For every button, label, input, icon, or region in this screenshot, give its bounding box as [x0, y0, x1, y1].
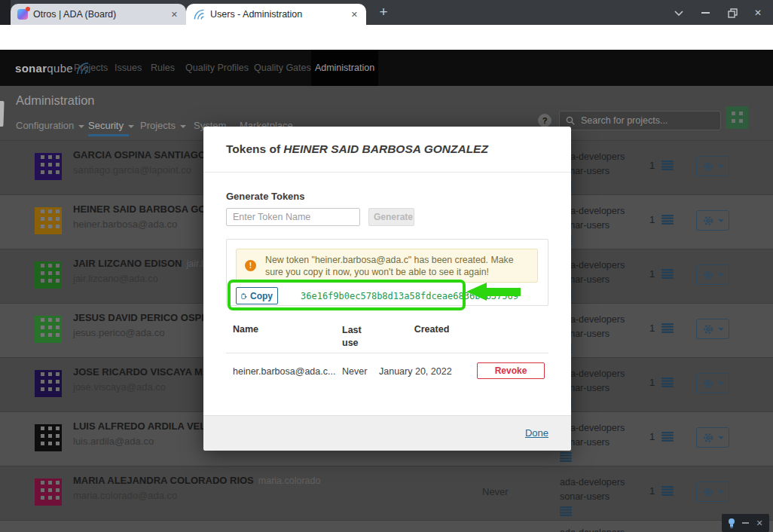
user-settings-button[interactable]: [696, 156, 729, 176]
clickup-favicon: [17, 9, 28, 20]
close-tab-icon[interactable]: ✕: [350, 10, 359, 20]
search-input[interactable]: [579, 115, 703, 127]
sonarqube-navbar: sonarqube Projects Issues Rules Quality …: [0, 50, 773, 86]
groups-list-icon[interactable]: [560, 506, 572, 516]
revoke-button[interactable]: Revoke: [477, 362, 545, 379]
gear-icon: [702, 215, 714, 227]
tokens-list-icon[interactable]: [661, 378, 674, 387]
gear-icon: [702, 432, 714, 444]
modal-header: Tokens of HEINER SAID BARBOSA GONZALEZ: [203, 127, 571, 173]
browser-tab-otros[interactable]: Otros | ADA (Board) ✕: [11, 4, 186, 25]
chevron-down-icon: [718, 436, 724, 439]
tokens-list-icon[interactable]: [661, 269, 674, 279]
token-last-use-cell: Never: [342, 366, 367, 377]
browser-titlebar: Otros | ADA (Board) ✕ Users - Administra…: [0, 0, 773, 25]
close-window-icon[interactable]: ✕: [754, 7, 762, 19]
token-highlight-box: [228, 280, 466, 310]
tokens-count: 1: [649, 214, 655, 225]
user-avatar[interactable]: [726, 106, 748, 129]
token-created-alert: ! New token "heiner.barbosa@ada.c" has b…: [236, 249, 538, 283]
chevron-down-icon: [718, 219, 724, 222]
screenshot-tool-widget: ✕: [722, 514, 769, 532]
user-name: JAIR LIZCANO EDISON: [73, 258, 182, 269]
page-title: Administration: [16, 93, 95, 108]
user-name: GARCIA OSPINA SANTIAGO: [73, 149, 206, 161]
user-settings-button[interactable]: [696, 210, 729, 231]
tokens-list-icon[interactable]: [661, 486, 674, 496]
active-tab-underline: [88, 134, 129, 136]
help-icon[interactable]: ?: [538, 114, 551, 127]
gear-icon: [702, 378, 714, 390]
browser-tab-users-administration[interactable]: Users - Administration ✕: [186, 4, 366, 25]
tokens-count: 1: [649, 485, 655, 497]
user-email: santiago.garcia@lapoint.co: [73, 164, 220, 176]
minimize-window-icon[interactable]: [701, 7, 710, 19]
user-identicon-avatar: [35, 153, 62, 180]
group-label: ada-developers: [560, 475, 625, 490]
project-search-box[interactable]: [559, 111, 721, 130]
done-link[interactable]: Done: [525, 427, 548, 439]
groups-list-icon[interactable]: [560, 452, 572, 462]
user-name: JESUS DAVID PERICO OSPINO: [73, 312, 218, 323]
user-settings-button[interactable]: [696, 319, 729, 339]
generate-button[interactable]: Generate: [368, 208, 414, 226]
clipped-element: [0, 101, 5, 127]
close-tab-icon[interactable]: ✕: [170, 10, 179, 20]
warning-icon: !: [245, 260, 256, 271]
user-settings-button[interactable]: [696, 427, 729, 448]
col-header-name: Name: [233, 324, 258, 335]
new-tab-button[interactable]: +: [374, 3, 393, 21]
sonarqube-favicon: [193, 8, 205, 20]
browser-toolbar: ← → ↻ No seguro | 10.1.40.171:9000/admin…: [0, 25, 773, 50]
token-name-input[interactable]: [226, 208, 360, 226]
tokens-count: 1: [649, 160, 655, 171]
user-settings-button[interactable]: [696, 264, 729, 285]
restore-window-icon[interactable]: [728, 7, 738, 19]
lightbulb-icon[interactable]: [728, 518, 735, 529]
user-email: maria.colorado@ada.co: [73, 490, 320, 501]
nav-item-quality-profiles[interactable]: Quality Profiles: [185, 50, 249, 86]
annotation-arrow-head: [466, 283, 487, 301]
gear-icon: [702, 323, 714, 335]
user-settings-button[interactable]: [696, 373, 729, 393]
nav-item-quality-gates[interactable]: Quality Gates: [254, 50, 311, 86]
minimize-tool-icon[interactable]: [742, 522, 749, 524]
tokens-list-icon[interactable]: [661, 215, 674, 225]
titlebar-corner: [0, 0, 11, 25]
tokens-list-icon[interactable]: [661, 432, 674, 442]
user-identicon-avatar: [35, 370, 62, 397]
tokens-list-icon[interactable]: [661, 323, 674, 333]
tab-projects[interactable]: Projects: [140, 118, 186, 133]
nav-item-administration[interactable]: Administration: [311, 50, 378, 86]
user-login: maria.colorado: [258, 475, 321, 486]
tokens-count: 1: [649, 268, 655, 280]
user-identicon-avatar: [35, 261, 62, 289]
generate-tokens-heading: Generate Tokens: [226, 191, 305, 202]
nav-item-rules[interactable]: Rules: [151, 50, 175, 86]
user-name: MARIA ALEJANDRA COLORADO RIOS: [73, 475, 254, 486]
tab-title: Users - Administration: [210, 9, 344, 20]
group-label: sonar-users: [560, 490, 625, 504]
group-label: ada-developers: [560, 526, 625, 532]
user-email: jair.lizcano@ada.co: [73, 273, 220, 284]
user-identicon-avatar: [35, 424, 62, 451]
user-identicon-avatar: [35, 478, 62, 506]
close-tool-icon[interactable]: ✕: [756, 519, 762, 527]
user-email: jose.viscaya@ada.co: [73, 381, 217, 393]
search-icon: [566, 116, 575, 125]
chevron-down-icon: [718, 382, 724, 385]
tab-configuration[interactable]: Configuration: [16, 118, 84, 133]
token-name-cell: heiner.barbosa@ada.c...: [233, 366, 335, 377]
token-created-cell: January 20, 2022: [379, 366, 452, 377]
nav-item-issues[interactable]: Issues: [115, 50, 142, 86]
tab-search-chevron-icon[interactable]: [674, 7, 683, 19]
tokens-count: 1: [649, 377, 655, 388]
chevron-down-icon: [718, 328, 724, 331]
user-settings-button[interactable]: [696, 482, 729, 502]
nav-item-projects[interactable]: Projects: [74, 50, 108, 86]
tokens-count: 1: [649, 431, 655, 442]
annotation-arrow-shaft: [486, 288, 521, 296]
tokens-list-icon[interactable]: [661, 161, 674, 170]
user-email: luis.ardila@ada.co: [73, 436, 218, 447]
tab-security[interactable]: Security: [88, 118, 134, 133]
